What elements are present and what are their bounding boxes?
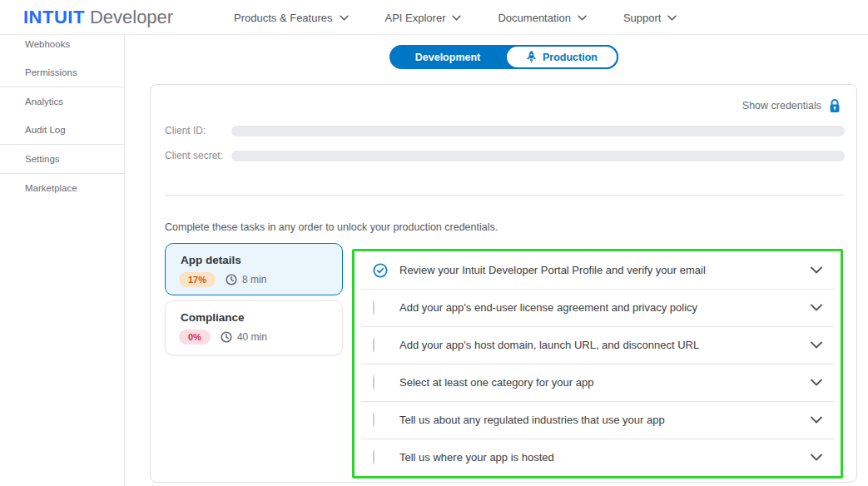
task-row-host-domain-urls[interactable]: Add your app's host domain, launch URL, … xyxy=(355,326,841,364)
task-status-icon xyxy=(373,413,387,427)
nav-api-explorer[interactable]: API Explorer xyxy=(385,12,462,24)
sidebar-item-audit-log[interactable]: Audit Log xyxy=(0,116,124,144)
rocket-icon xyxy=(526,51,537,63)
chevron-down-icon xyxy=(452,15,461,21)
task-list: Review your Intuit Developer Portal Prof… xyxy=(352,249,843,479)
radio-circle-icon xyxy=(373,412,374,428)
intuit-developer-portal: INTUIT Developer Products & Features API… xyxy=(0,0,868,486)
task-row-regulated-industries[interactable]: Tell us about any regulated industries t… xyxy=(355,401,841,439)
tab-meta: 0% 40 min xyxy=(179,330,342,345)
client-id-masked-value xyxy=(231,126,845,136)
environment-toggle: Development Production xyxy=(389,45,618,69)
chevron-down-icon xyxy=(340,15,349,21)
task-status-icon xyxy=(373,263,387,277)
chevron-down-icon xyxy=(578,15,587,21)
radio-circle-icon xyxy=(373,300,374,315)
progress-badge: 0% xyxy=(179,330,211,345)
task-row-category[interactable]: Select at least one category for your ap… xyxy=(355,364,841,401)
sidebar-item-marketplace[interactable]: Marketplace xyxy=(0,174,124,202)
task-row-eula-privacy[interactable]: Add your app's end-user license agreemen… xyxy=(355,289,841,326)
chevron-down-icon xyxy=(667,15,677,21)
radio-circle-icon xyxy=(373,449,374,465)
section-divider xyxy=(165,195,844,196)
task-label: Tell us about any regulated industries t… xyxy=(399,414,665,426)
toggle-production-label: Production xyxy=(543,52,598,63)
chevron-down-icon[interactable] xyxy=(811,379,822,386)
nav-products-features[interactable]: Products & Features xyxy=(234,12,349,24)
nav-label: Documentation xyxy=(498,12,570,24)
task-row-app-hosted[interactable]: Tell us where your app is hosted xyxy=(355,439,841,476)
task-label: Select at least one category for your ap… xyxy=(399,376,593,389)
credentials-card: Show credentials Client ID: Client secre… xyxy=(150,84,857,483)
tasks-intro-text: Complete these tasks in any order to unl… xyxy=(165,221,498,233)
nav-label: Products & Features xyxy=(234,12,333,24)
radio-circle-icon xyxy=(373,374,374,390)
time-label: 8 min xyxy=(242,274,266,285)
time-label: 40 min xyxy=(237,331,267,343)
main-nav: Products & Features API Explorer Documen… xyxy=(234,0,677,35)
toggle-development[interactable]: Development xyxy=(389,45,506,69)
client-id-label: Client ID: xyxy=(165,125,231,136)
nav-documentation[interactable]: Documentation xyxy=(498,12,586,24)
developer-logo-text: Developer xyxy=(90,7,173,28)
toggle-production[interactable]: Production xyxy=(505,45,618,69)
client-secret-masked-value xyxy=(231,151,845,161)
clock-icon xyxy=(221,331,232,343)
radio-circle-icon xyxy=(373,337,374,353)
tab-meta: 17% 8 min xyxy=(179,272,342,287)
sidebar-item-permissions[interactable]: Permissions xyxy=(0,58,124,87)
chevron-down-icon[interactable] xyxy=(811,416,822,424)
nav-support[interactable]: Support xyxy=(623,12,677,24)
task-label: Tell us where your app is hosted xyxy=(399,451,554,464)
show-credentials-label: Show credentials xyxy=(742,100,821,112)
sidebar: Webhooks Permissions Analytics Audit Log… xyxy=(0,35,125,486)
task-row-review-profile[interactable]: Review your Intuit Developer Portal Prof… xyxy=(355,251,841,289)
tab-compliance[interactable]: Compliance 0% 40 min xyxy=(165,300,343,355)
sidebar-item-settings[interactable]: Settings xyxy=(0,145,124,173)
chevron-down-icon[interactable] xyxy=(811,304,822,311)
sidebar-menu: Webhooks Permissions Analytics Audit Log… xyxy=(0,30,124,202)
clock-icon xyxy=(226,274,237,285)
nav-label: Support xyxy=(623,12,662,24)
task-label: Add your app's host domain, launch URL, … xyxy=(399,339,699,351)
show-credentials-button[interactable]: Show credentials xyxy=(742,98,841,113)
sidebar-item-analytics[interactable]: Analytics xyxy=(0,87,124,116)
tab-title: Compliance xyxy=(181,311,342,324)
time-estimate: 8 min xyxy=(226,274,266,285)
chevron-down-icon[interactable] xyxy=(811,454,822,461)
check-circle-icon xyxy=(373,263,388,278)
chevron-down-icon[interactable] xyxy=(811,266,822,274)
task-label: Add your app's end-user license agreemen… xyxy=(399,301,697,314)
lock-icon xyxy=(828,98,841,113)
nav-label: API Explorer xyxy=(385,12,446,24)
task-label: Review your Intuit Developer Portal Prof… xyxy=(399,264,706,276)
chevron-down-icon[interactable] xyxy=(811,341,822,349)
task-status-icon xyxy=(373,338,387,352)
task-status-icon xyxy=(373,450,387,464)
tab-title: App details xyxy=(181,254,342,266)
progress-badge: 17% xyxy=(179,272,216,287)
task-status-icon xyxy=(373,300,387,315)
top-navbar: INTUIT Developer Products & Features API… xyxy=(0,0,868,35)
time-estimate: 40 min xyxy=(221,331,267,343)
client-secret-row: Client secret: xyxy=(165,150,845,161)
tab-app-details[interactable]: App details 17% 8 min xyxy=(165,243,343,295)
client-secret-label: Client secret: xyxy=(165,150,231,161)
task-status-icon xyxy=(373,375,387,389)
intuit-logo-text: INTUIT xyxy=(23,7,85,28)
client-id-row: Client ID: xyxy=(165,125,845,136)
sidebar-item-webhooks[interactable]: Webhooks xyxy=(0,30,124,58)
intuit-developer-logo[interactable]: INTUIT Developer xyxy=(23,7,173,28)
